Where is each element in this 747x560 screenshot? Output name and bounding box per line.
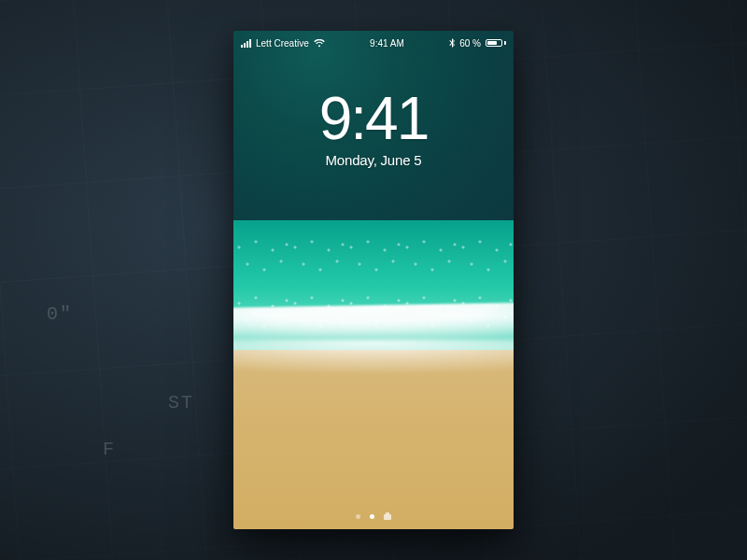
blueprint-label: F (103, 439, 116, 460)
blueprint-label: 0" (47, 303, 73, 325)
lock-time: 9:41 (233, 89, 514, 148)
status-time: 9:41 AM (370, 38, 404, 49)
signal-icon (241, 39, 251, 48)
battery-icon (486, 39, 506, 47)
blueprint-label: ST (168, 392, 194, 413)
lock-date: Monday, June 5 (233, 152, 514, 168)
battery-percent: 60 % (459, 38, 481, 49)
status-bar: Lett Creative 9:41 AM 60 % (233, 31, 514, 51)
carrier-label: Lett Creative (256, 38, 309, 49)
camera-shortcut-icon[interactable] (384, 514, 391, 520)
page-dot-active[interactable] (370, 514, 374, 519)
bluetooth-icon (449, 38, 455, 48)
page-indicator[interactable] (233, 514, 514, 520)
lockscreen-clock: 9:41 Monday, June 5 (233, 89, 514, 168)
wifi-icon (314, 39, 325, 48)
page-dot[interactable] (356, 514, 360, 519)
phone-lockscreen[interactable]: Lett Creative 9:41 AM 60 % 9:41 Monday, … (233, 31, 514, 529)
mockup-stage: 0" ST F Lett Creative 9:41 AM (0, 0, 747, 560)
